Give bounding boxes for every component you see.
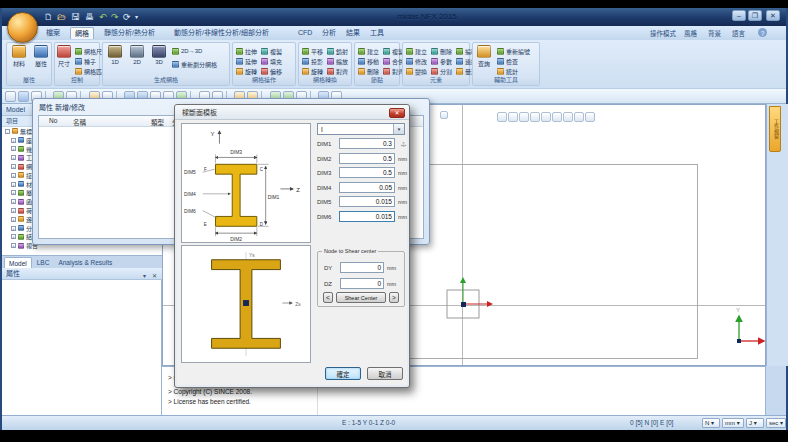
unit-time-combo[interactable]: sec ▾ bbox=[766, 418, 786, 428]
shear-prev-button[interactable]: < bbox=[323, 292, 333, 303]
shear-next-button[interactable]: > bbox=[389, 292, 399, 303]
undo-icon[interactable]: ↶ bbox=[99, 11, 107, 23]
expand-icon[interactable]: + bbox=[11, 234, 16, 239]
refresh-icon[interactable]: ⟳ bbox=[123, 11, 131, 23]
close-button[interactable]: ✕ bbox=[766, 10, 780, 21]
expand-icon[interactable]: + bbox=[11, 182, 16, 187]
tab-results[interactable]: 結果 bbox=[342, 27, 364, 39]
menu-background[interactable]: 背景 bbox=[708, 28, 721, 39]
elem-transform-button[interactable]: 變換 bbox=[405, 66, 428, 76]
expand-icon[interactable]: + bbox=[11, 155, 16, 160]
save-icon[interactable]: 🖫 bbox=[71, 11, 80, 23]
iso-icon[interactable] bbox=[574, 112, 584, 122]
menu-style[interactable]: 風格 bbox=[684, 28, 697, 39]
menu-language[interactable]: 語言 bbox=[732, 28, 745, 39]
unit-force-combo[interactable]: N ▾ bbox=[702, 418, 720, 428]
tab-analysis-results[interactable]: Analysis & Results bbox=[54, 257, 116, 268]
expand-icon[interactable]: + bbox=[11, 146, 16, 151]
dim1-field[interactable]: 0.3 bbox=[339, 138, 395, 149]
section-type-dropdown[interactable]: I ▼ bbox=[317, 123, 405, 135]
front-icon[interactable] bbox=[563, 112, 573, 122]
tab-tools[interactable]: 工具 bbox=[366, 27, 388, 39]
customize-quick-access-icon[interactable]: ▾ bbox=[135, 11, 138, 23]
print-icon[interactable]: 🖶 bbox=[85, 11, 94, 23]
mirror-button[interactable]: 鏡射 bbox=[326, 46, 349, 56]
offset-button[interactable]: 偏移 bbox=[260, 66, 283, 76]
tab-static-analysis[interactable]: 靜態分析/熱分析 bbox=[100, 27, 159, 39]
expand-icon[interactable]: + bbox=[11, 164, 16, 169]
unit-energy-combo[interactable]: J ▾ bbox=[746, 418, 764, 428]
elem-param-button[interactable]: 參數 bbox=[430, 56, 453, 66]
query-button[interactable]: 查詢 bbox=[473, 45, 495, 68]
translate-button[interactable]: 平移 bbox=[301, 46, 324, 56]
rotate-left-icon[interactable] bbox=[508, 112, 518, 122]
expand-icon[interactable]: + bbox=[11, 243, 16, 248]
tab-analysis[interactable]: 分析 bbox=[318, 27, 340, 39]
elem-delete-button[interactable]: 刪除 bbox=[430, 46, 453, 56]
app-menu-button[interactable] bbox=[7, 12, 38, 43]
zoom-window-icon[interactable] bbox=[541, 112, 551, 122]
cancel-button[interactable]: 取消 bbox=[367, 367, 403, 380]
expand-icon[interactable]: + bbox=[11, 173, 16, 178]
fill-button[interactable]: 填充 bbox=[260, 56, 283, 66]
dim5-field[interactable]: 0.015 bbox=[339, 196, 395, 207]
ok-button[interactable]: 確定 bbox=[325, 367, 361, 380]
check-button[interactable]: 檢查 bbox=[496, 56, 531, 66]
node-move-button[interactable]: 移動 bbox=[357, 56, 380, 66]
expand-icon[interactable]: + bbox=[11, 199, 16, 204]
expand-icon[interactable]: + bbox=[11, 190, 16, 195]
expand-icon[interactable]: + bbox=[11, 226, 16, 231]
dim2-field[interactable]: 0.5 bbox=[339, 153, 395, 164]
dy-field[interactable]: 0 bbox=[340, 262, 384, 273]
tab-cfd[interactable]: CFD bbox=[294, 27, 316, 39]
tab-model[interactable]: Model bbox=[4, 257, 32, 268]
scale-button[interactable]: 縮放 bbox=[326, 56, 349, 66]
dialog-close-icon[interactable]: ✕ bbox=[389, 108, 405, 118]
expand-icon[interactable]: + bbox=[11, 217, 16, 222]
help-icon[interactable]: ? bbox=[758, 28, 767, 37]
maximize-button[interactable]: ❐ bbox=[748, 10, 762, 21]
dim4-field[interactable]: 0.05 bbox=[339, 182, 395, 193]
tab-dynamic-analysis[interactable]: 動態分析/非線性分析/細部分析 bbox=[170, 27, 273, 39]
expand-icon[interactable]: + bbox=[11, 138, 16, 143]
view-grid-icon[interactable] bbox=[497, 112, 507, 122]
copy-mesh-button[interactable]: 複製 bbox=[260, 46, 283, 56]
material-button[interactable]: 材料 bbox=[7, 45, 31, 68]
project-button[interactable]: 投影 bbox=[301, 56, 324, 66]
node-create-button[interactable]: 建立 bbox=[357, 46, 380, 56]
tab-file[interactable]: 檔案 bbox=[42, 27, 64, 39]
statistics-button[interactable]: 統計 bbox=[496, 66, 531, 76]
open-file-icon[interactable]: 🗁 bbox=[57, 11, 66, 23]
zoom-fit-icon[interactable] bbox=[552, 112, 562, 122]
link-icon[interactable] bbox=[585, 112, 595, 122]
2d-to-3d-button[interactable]: 2D→3D bbox=[171, 46, 218, 56]
select-icon[interactable] bbox=[5, 91, 16, 102]
renumber-button[interactable]: 重新編號 bbox=[496, 46, 531, 56]
mesh-2d-button[interactable]: 2D bbox=[127, 45, 147, 65]
shear-center-button[interactable]: Shear Center bbox=[336, 292, 386, 303]
rotate-right-icon[interactable] bbox=[519, 112, 529, 122]
rotate-button[interactable]: 旋轉 bbox=[301, 66, 324, 76]
chevron-down-icon[interactable]: ▼ bbox=[393, 124, 404, 134]
new-file-icon[interactable]: 🗋 bbox=[44, 11, 53, 23]
select-box-icon[interactable] bbox=[18, 91, 29, 102]
revolve-button[interactable]: 旋轉 bbox=[235, 66, 258, 76]
remesh-button[interactable]: 重新劃分網格 bbox=[171, 59, 218, 69]
dim6-field[interactable]: 0.015 bbox=[339, 211, 395, 222]
move-icon[interactable]: ↔↕ bbox=[397, 138, 410, 151]
dz-field[interactable]: 0 bbox=[340, 278, 384, 289]
menu-operation-mode[interactable]: 操作模式 bbox=[650, 28, 676, 39]
extrude-button[interactable]: 拉伸 bbox=[235, 46, 258, 56]
align-button[interactable]: 對齊 bbox=[326, 66, 349, 76]
minimize-button[interactable]: – bbox=[732, 10, 746, 21]
section-template-dialog[interactable]: 樑斷面模板 ✕ Y Z DIM3 DIM1 bbox=[174, 104, 410, 388]
pan-icon[interactable] bbox=[530, 112, 540, 122]
property-button[interactable]: 屬性 bbox=[29, 45, 53, 68]
node-delete-button[interactable]: 刪除 bbox=[357, 66, 380, 76]
elem-modify-button[interactable]: 修改 bbox=[405, 56, 428, 66]
view-control-icon[interactable] bbox=[440, 111, 448, 119]
mesh-3d-button[interactable]: 3D bbox=[149, 45, 169, 65]
mesh-1d-button[interactable]: 1D bbox=[105, 45, 125, 65]
expand-icon[interactable]: + bbox=[11, 208, 16, 213]
collapse-icon[interactable]: - bbox=[5, 129, 10, 134]
